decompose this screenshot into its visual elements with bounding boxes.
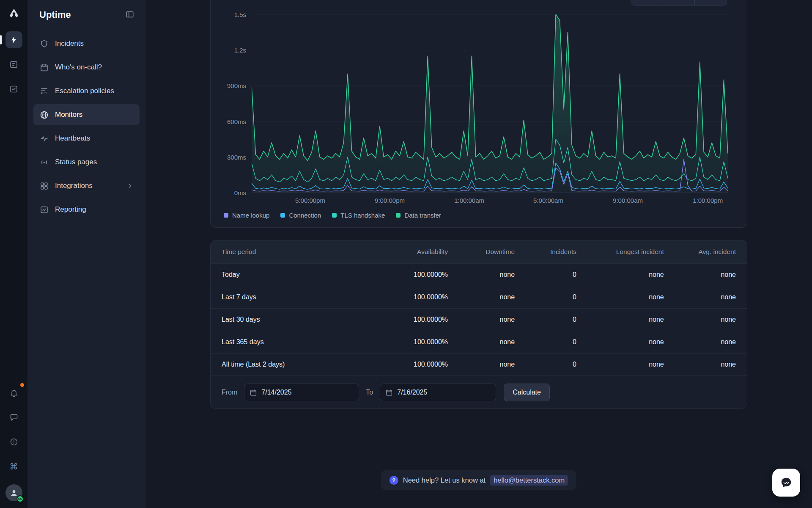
date-range-form: From To Calculate [211,375,747,409]
table-cell: none [448,293,515,301]
legend-swatch [396,213,401,218]
table-cell: none [664,316,736,323]
table-cell: 100.0000% [376,316,448,323]
table-cell: none [576,361,664,368]
sidebar-item-integrations[interactable]: Integrations [33,175,140,196]
broadcast-icon [39,157,49,167]
chevron-right-icon [126,182,134,190]
legend-label: Name lookup [232,212,269,219]
legend-swatch [332,213,337,218]
timeframe-option[interactable] [631,0,663,5]
y-axis-tick-label: 300ms [227,153,246,160]
feedback-button[interactable] [5,409,22,426]
app-window: ⌘ AS Uptime Incidents Who's on-call? [0,0,812,508]
bell-icon [10,389,18,397]
sidebar-item-label: Monitors [55,110,82,119]
sidebar-item-status-pages[interactable]: Status pages [33,152,140,173]
table-cell: 0 [515,316,576,323]
sidebar-item-label: Integrations [55,182,93,190]
timeframe-segmented-control [631,0,727,6]
betterstack-logo-icon[interactable] [7,6,21,20]
rail-uptime-button[interactable] [5,31,22,48]
help-text: Need help? Let us know at [403,476,486,484]
sidebar-item-reporting[interactable]: Reporting [33,199,140,220]
timeframe-option[interactable] [663,0,695,5]
icon-rail: ⌘ AS [0,0,27,508]
report-icon [39,205,49,214]
table-cell: Last 365 days [222,338,376,346]
response-time-plot[interactable] [252,14,728,193]
table-cell: Last 30 days [222,316,376,323]
to-date-input[interactable] [397,389,469,396]
legend-swatch [280,213,285,218]
sidebar-item-label: Escalation policies [55,87,114,95]
support-email-link[interactable]: hello@betterstack.com [490,475,568,486]
calculate-button[interactable]: Calculate [504,384,550,401]
table-row: Last 365 days100.0000%none0nonenone [211,331,747,353]
x-axis-tick-label: 5:00:00am [533,197,563,204]
legend-item[interactable]: Name lookup [224,212,269,219]
response-time-chart-card: 0ms300ms600ms900ms1.2s1.5s 5:00:00pm9:00… [210,0,747,228]
sidebar-item-label: Heartbeats [55,134,90,143]
y-axis-tick-label: 900ms [227,82,246,89]
globe-icon [39,110,49,119]
from-date-field[interactable] [244,384,359,401]
table-cell: 100.0000% [376,271,448,279]
x-axis-tick-label: 1:00:00am [454,197,484,204]
user-avatar[interactable]: AS [5,484,22,501]
table-cell: Today [222,271,376,279]
table-cell: none [664,271,736,279]
sidebar-item-label: Who's on-call? [55,63,102,72]
avatar-status-badge: AS [16,495,24,502]
chat-widget-button[interactable] [772,469,800,497]
table-cell: none [448,271,515,279]
sidebar: Uptime Incidents Who's on-call? Escalati… [27,0,145,508]
table-cell: none [576,271,664,279]
collapse-sidebar-icon[interactable] [125,10,135,20]
help-banner: ? Need help? Let us know at hello@better… [381,470,576,490]
column-header: Downtime [448,248,515,256]
sidebar-item-whos-on-call[interactable]: Who's on-call? [33,57,140,78]
table-header-row: Time period Availability Downtime Incide… [211,240,747,263]
legend-label: Connection [289,212,321,219]
trend-card-icon [9,85,18,94]
sidebar-item-label: Incidents [55,39,84,48]
notifications-button[interactable] [5,384,22,401]
from-date-input[interactable] [261,389,333,396]
sidebar-item-monitors[interactable]: Monitors [33,104,140,125]
sidebar-nav: Incidents Who's on-call? Escalation poli… [33,33,140,220]
legend-swatch [224,213,228,218]
response-time-chart [252,14,728,193]
column-header: Avg. incident [664,248,736,256]
sidebar-item-label: Status pages [55,158,97,166]
table-cell: 0 [515,361,576,368]
column-header: Longest incident [576,248,664,256]
sidebar-item-incidents[interactable]: Incidents [33,33,140,54]
calendar-icon [385,389,393,396]
page-title: Uptime [39,9,71,20]
table-row: All time (Last 2 days)100.0000%none0none… [211,353,747,375]
sidebar-item-label: Reporting [55,205,86,214]
x-axis-tick-label: 1:00:00pm [693,197,723,204]
legend-item[interactable]: Connection [280,212,321,219]
from-label: From [222,389,237,396]
sidebar-item-heartbeats[interactable]: Heartbeats [33,128,140,149]
y-axis-tick-label: 600ms [227,118,246,125]
command-menu-button[interactable]: ⌘ [5,458,22,475]
table-cell: 0 [515,271,576,279]
rail-metrics-button[interactable] [5,80,22,97]
to-date-field[interactable] [380,384,496,401]
sidebar-item-escalation-policies[interactable]: Escalation policies [33,80,140,102]
rail-logs-button[interactable] [5,56,22,73]
legend-item[interactable]: TLS handshake [332,212,385,219]
legend-item[interactable]: Data transfer [396,212,441,219]
grid-icon [39,181,49,190]
table-row: Today100.0000%none0nonenone [211,263,747,286]
timeframe-option[interactable] [695,0,727,5]
column-header: Time period [222,248,376,256]
table-cell: All time (Last 2 days) [222,361,376,368]
table-cell: 100.0000% [376,361,448,368]
status-info-button[interactable] [5,433,22,450]
legend-label: TLS handshake [340,212,385,219]
x-axis-tick-label: 5:00:00pm [295,197,325,204]
